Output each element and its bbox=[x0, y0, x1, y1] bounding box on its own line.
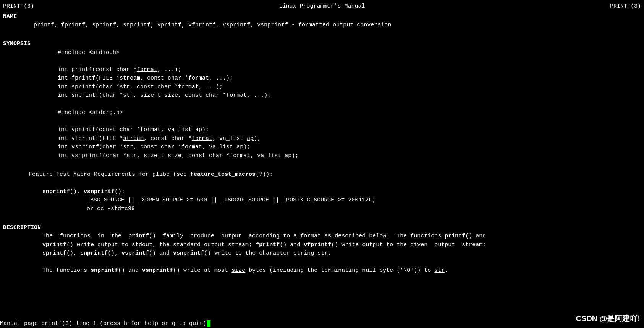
section-name: NAME printf, fprintf, sprintf, snprintf,… bbox=[3, 13, 641, 30]
proto-printf: int printf(const char *format, ...); bbox=[3, 66, 641, 75]
section-name-content: printf, fprintf, sprintf, snprintf, vpri… bbox=[3, 21, 641, 30]
header-center: Linux Programmer's Manual bbox=[34, 2, 610, 11]
terminal: PRINTF(3) Linux Programmer's Manual PRIN… bbox=[0, 0, 644, 328]
section-feature: Feature Test Macro Requirements for glib… bbox=[3, 170, 641, 214]
section-description-label: DESCRIPTION bbox=[3, 224, 641, 232]
status-text: Manual page printf(3) line 1 (press h fo… bbox=[0, 320, 206, 328]
proto-vsnprintf: int vsnprintf(char *str, size_t size, co… bbox=[3, 152, 641, 161]
section-name-label: NAME bbox=[3, 13, 641, 21]
status-bar: Manual page printf(3) line 1 (press h fo… bbox=[0, 320, 644, 328]
feature-or-line: or cc -std=c99 bbox=[3, 205, 641, 214]
content-area: PRINTF(3) Linux Programmer's Manual PRIN… bbox=[3, 2, 641, 288]
description-para1-line1: The functions in the printf() family pro… bbox=[3, 232, 641, 241]
feature-intro: Feature Test Macro Requirements for glib… bbox=[3, 170, 641, 179]
description-para1-line2: vprintf() write output to stdout, the st… bbox=[3, 241, 641, 250]
proto-vprintf: int vprintf(const char *format, va_list … bbox=[3, 126, 641, 135]
section-synopsis-label: SYNOPSIS bbox=[3, 40, 641, 49]
proto-vfprintf: int vfprintf(FILE *stream, const char *f… bbox=[3, 135, 641, 143]
man-page-header: PRINTF(3) Linux Programmer's Manual PRIN… bbox=[3, 2, 641, 11]
status-cursor bbox=[207, 320, 210, 327]
proto-vsprintf: int vsprintf(char *str, const char *form… bbox=[3, 143, 641, 152]
description-para2: The functions snprintf() and vsnprintf()… bbox=[3, 266, 641, 275]
header-right: PRINTF(3) bbox=[610, 2, 641, 11]
feature-snprintf-label: snprintf(), vsnprintf(): bbox=[3, 188, 641, 196]
include-stdarg: #include <stdarg.h> bbox=[3, 109, 641, 117]
header-left: PRINTF(3) bbox=[3, 2, 34, 11]
include-stdio: #include <stdio.h> bbox=[3, 49, 641, 57]
proto-fprintf: int fprintf(FILE *stream, const char *fo… bbox=[3, 74, 641, 83]
description-para1-line3: sprintf(), snprintf(), vsprintf() and vs… bbox=[3, 249, 641, 258]
watermark: CSDN @是阿建吖! bbox=[576, 313, 640, 324]
feature-condition: _BSD_SOURCE || _XOPEN_SOURCE >= 500 || _… bbox=[3, 196, 641, 205]
proto-snprintf: int snprintf(char *str, size_t size, con… bbox=[3, 91, 641, 100]
section-description: DESCRIPTION The functions in the printf(… bbox=[3, 224, 641, 275]
proto-sprintf: int sprintf(char *str, const char *forma… bbox=[3, 83, 641, 92]
section-synopsis: SYNOPSIS #include <stdio.h> int printf(c… bbox=[3, 40, 641, 160]
